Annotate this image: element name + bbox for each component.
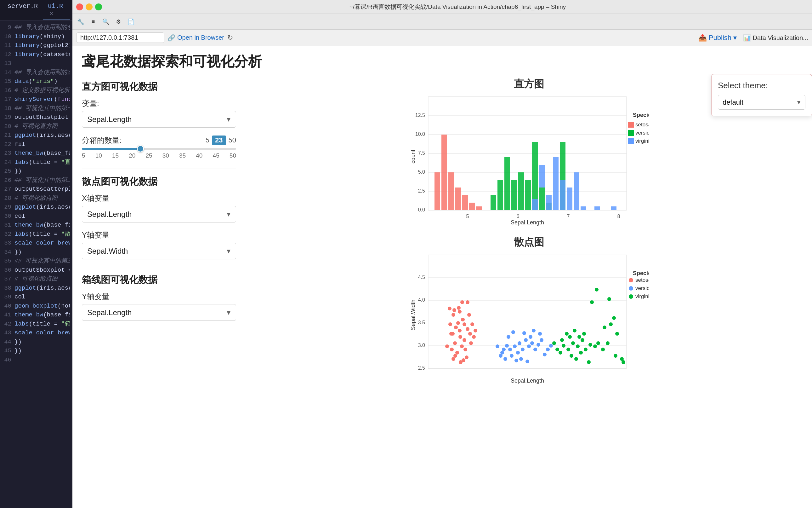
svg-text:setosa: setosa [635, 277, 649, 283]
close-button[interactable] [76, 3, 83, 10]
slider-track-container[interactable] [82, 148, 236, 150]
refresh-button[interactable]: ↻ [227, 34, 233, 42]
shiny-window: ~/暮课/R语言数据可视化实战/Data Visualization in Ac… [73, 0, 812, 508]
svg-point-135 [566, 348, 570, 351]
svg-rect-25 [469, 203, 475, 210]
svg-point-144 [579, 351, 583, 354]
svg-text:8: 8 [617, 214, 620, 219]
svg-text:7.5: 7.5 [418, 150, 425, 156]
slider-max-value: 50 [229, 136, 236, 144]
svg-point-107 [521, 348, 525, 351]
svg-rect-39 [553, 157, 559, 210]
svg-point-88 [458, 310, 462, 313]
svg-point-105 [513, 344, 517, 348]
title-bar: ~/暮课/R语言数据可视化实战/Data Visualization in Ac… [73, 0, 812, 14]
svg-text:3.0: 3.0 [418, 343, 425, 348]
svg-point-136 [571, 341, 575, 345]
close-tab-icon[interactable]: ✕ [50, 10, 53, 17]
slider-current-value: 23 [212, 135, 226, 145]
data-viz-icon: 📊 [743, 34, 751, 41]
publish-button[interactable]: 📤 Publish ▾ [698, 34, 737, 42]
svg-point-137 [576, 344, 580, 348]
svg-point-170 [629, 286, 633, 291]
svg-rect-38 [546, 195, 552, 210]
svg-rect-44 [581, 206, 586, 210]
sidebar: 直方图可视化数据 变量: Sepal.Length Sepal.Width Pe… [73, 74, 246, 508]
y-axis-select[interactable]: Sepal.Width Sepal.Length Petal.Length Pe… [82, 243, 236, 259]
svg-point-112 [505, 344, 509, 348]
svg-rect-46 [594, 206, 600, 210]
plot-area: Select theme: default cerulean cosmo cyb… [246, 74, 812, 508]
slider-thumb[interactable] [137, 145, 144, 152]
publish-chevron-icon: ▾ [733, 34, 737, 42]
svg-point-70 [456, 321, 460, 325]
svg-point-159 [612, 316, 616, 320]
svg-point-122 [522, 331, 526, 335]
window-controls [76, 3, 102, 10]
svg-text:setosa: setosa [635, 122, 649, 128]
open-in-browser-button[interactable]: 🔗 Open in Browser [168, 34, 224, 42]
maximize-button[interactable] [95, 3, 102, 10]
bins-slider-section: 分箱的数量: 5 23 50 [82, 135, 236, 159]
svg-point-101 [472, 335, 476, 339]
variable-select-wrapper: Sepal.Length Sepal.Width Petal.Length Pe… [82, 111, 236, 128]
svg-rect-23 [455, 187, 461, 210]
svg-rect-32 [525, 180, 531, 210]
histogram-section-title: 直方图可视化数据 [82, 80, 236, 93]
svg-point-162 [565, 332, 569, 336]
svg-point-99 [449, 332, 453, 336]
svg-text:4.0: 4.0 [418, 297, 425, 302]
tab-server-r[interactable]: server.R [3, 0, 43, 20]
toolbar-icon-2[interactable]: ≡ [88, 16, 99, 28]
boxplot-y-label: Y轴变量 [82, 292, 236, 302]
svg-text:12.5: 12.5 [415, 113, 425, 118]
svg-point-98 [451, 357, 455, 361]
svg-point-83 [450, 348, 454, 351]
svg-rect-36 [532, 199, 538, 210]
tab-ui-r[interactable]: ui.R ✕ [43, 0, 70, 20]
toolbar: 🔧 ≡ 🔍 ⚙ 📄 [73, 14, 812, 30]
svg-point-78 [466, 327, 469, 331]
svg-point-120 [525, 359, 529, 363]
svg-rect-41 [560, 180, 566, 210]
svg-point-81 [460, 344, 464, 348]
svg-text:5: 5 [466, 214, 469, 219]
svg-point-143 [574, 357, 578, 361]
app-header: 鸢尾花数据探索和可视化分析 [73, 46, 812, 74]
settings-icon[interactable]: ⚙ [113, 16, 124, 28]
svg-text:Species: Species [633, 270, 649, 277]
editor-tabs: server.R ui.R ✕ [0, 0, 73, 20]
svg-point-160 [595, 288, 599, 292]
svg-point-121 [540, 338, 543, 342]
theme-select[interactable]: default cerulean cosmo cyborg darkly fla… [718, 95, 805, 110]
svg-text:virginica: virginica [635, 138, 649, 144]
svg-text:versicolor: versicolor [635, 130, 649, 136]
svg-point-134 [562, 344, 566, 348]
svg-point-138 [581, 338, 584, 342]
svg-text:2.5: 2.5 [418, 188, 425, 194]
svg-point-156 [590, 300, 594, 304]
toolbar-icon-1[interactable]: 🔧 [75, 16, 86, 28]
svg-rect-22 [448, 172, 454, 210]
svg-point-164 [615, 332, 619, 336]
variable-select[interactable]: Sepal.Length Sepal.Width Petal.Length Pe… [82, 111, 236, 128]
svg-text:2.5: 2.5 [418, 365, 425, 371]
minimize-button[interactable] [86, 3, 93, 10]
svg-point-104 [508, 348, 512, 351]
svg-rect-24 [462, 195, 468, 210]
search-icon[interactable]: 🔍 [100, 16, 111, 28]
svg-text:versicolor: versicolor [635, 285, 649, 291]
data-viz-label: 📊 Data Visualization... [743, 34, 808, 42]
external-link-icon: 🔗 [168, 34, 175, 42]
code-editor: server.R ui.R ✕ 9## 导入会使用到的包 10library(s… [0, 0, 73, 508]
toolbar-icon-5[interactable]: 📄 [125, 16, 137, 28]
x-axis-select[interactable]: Sepal.Length Sepal.Width Petal.Length Pe… [82, 206, 236, 222]
svg-point-108 [524, 338, 528, 342]
svg-text:Sepal.Length: Sepal.Length [510, 219, 544, 226]
app-title: 鸢尾花数据探索和可视化分析 [82, 52, 803, 71]
url-input[interactable] [76, 33, 164, 43]
svg-point-151 [606, 341, 610, 345]
svg-point-167 [622, 360, 625, 364]
boxplot-y-select[interactable]: Sepal.Length Sepal.Width Petal.Length Pe… [82, 304, 236, 321]
svg-point-103 [445, 344, 449, 348]
